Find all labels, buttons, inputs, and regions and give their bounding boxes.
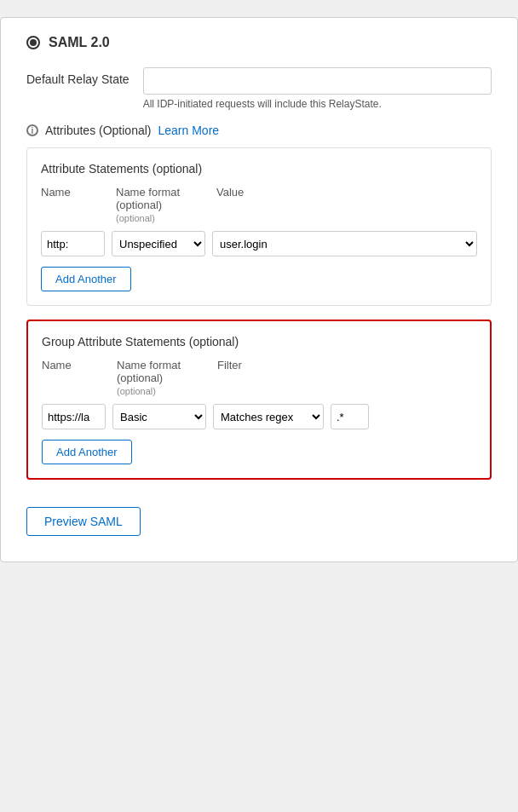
attr-col-name-header: Name (41, 186, 109, 199)
group-table-headers: Name Name format (optional) (optional) F… (42, 359, 476, 397)
radio-inner (30, 39, 37, 46)
preview-saml-button[interactable]: Preview SAML (26, 507, 141, 536)
attr-row-1: Unspecified Basic URI Reference user.log… (41, 231, 477, 256)
group-statements-title: Group Attribute Statements (optional) (42, 335, 476, 348)
group-col-filter-header: Filter (217, 359, 476, 371)
attr-col-value-header: Value (216, 186, 477, 199)
relay-state-label: Default Relay State (26, 67, 130, 86)
attr-name-format-select[interactable]: Unspecified Basic URI Reference (112, 231, 205, 256)
attribute-statements-box: Attribute Statements (optional) Name Nam… (26, 147, 492, 306)
group-col-format-header: Name format (optional) (optional) (117, 359, 210, 397)
saml-radio[interactable] (26, 36, 40, 49)
attribute-statements-title: Attribute Statements (optional) (41, 162, 477, 176)
group-row-1: Basic Unspecified URI Reference Matches … (42, 404, 476, 429)
group-filter-type-select[interactable]: Matches regex Starts with Ends with Equa… (213, 404, 324, 429)
saml-title: SAML 2.0 (49, 35, 110, 50)
attr-add-another-button[interactable]: Add Another (41, 267, 131, 291)
relay-state-help: All IDP-initiated requests will include … (143, 98, 492, 110)
group-name-format-select[interactable]: Basic Unspecified URI Reference (112, 404, 206, 429)
attributes-header: i Attributes (Optional) Learn More (26, 124, 492, 137)
attr-table-headers: Name Name format (optional) (optional) V… (41, 186, 477, 224)
group-name-input[interactable] (42, 404, 106, 429)
group-format-subtext: (optional) (117, 386, 156, 396)
relay-state-row: Default Relay State All IDP-initiated re… (26, 67, 492, 110)
group-add-another-button[interactable]: Add Another (42, 440, 132, 464)
learn-more-link[interactable]: Learn More (158, 124, 220, 137)
group-attribute-statements-box: Group Attribute Statements (optional) Na… (26, 320, 492, 480)
attr-name-input[interactable] (41, 231, 105, 256)
attr-value-select[interactable]: user.login user.email user.firstName use… (212, 231, 477, 256)
group-filter-value-input[interactable] (331, 404, 369, 429)
saml-header: SAML 2.0 (26, 35, 492, 50)
attr-format-subtext: (optional) (116, 213, 155, 223)
relay-state-input[interactable] (143, 67, 492, 95)
attributes-section: i Attributes (Optional) Learn More Attri… (26, 124, 492, 480)
relay-state-field-group: All IDP-initiated requests will include … (143, 67, 492, 110)
attributes-label: Attributes (Optional) (45, 124, 152, 137)
attr-col-format-header: Name format (optional) (optional) (116, 186, 210, 224)
info-icon: i (26, 124, 38, 136)
main-container: SAML 2.0 Default Relay State All IDP-ini… (0, 17, 518, 562)
group-col-name-header: Name (42, 359, 110, 371)
